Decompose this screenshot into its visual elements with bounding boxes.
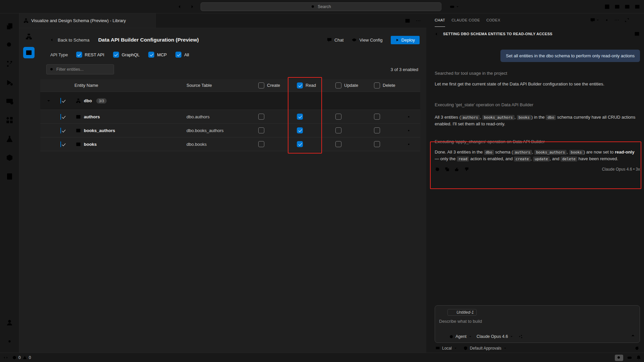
editor-tab[interactable]: Visualize and Design Schema (Preview) - … <box>19 13 156 28</box>
chat-settings-gear-icon[interactable] <box>604 17 609 23</box>
table-icon <box>76 114 81 119</box>
read-checkbox[interactable] <box>297 141 303 147</box>
send-icon[interactable] <box>630 334 636 339</box>
create-all-checkbox[interactable] <box>258 82 264 88</box>
delete-checkbox[interactable] <box>374 141 380 147</box>
create-checkbox[interactable] <box>258 114 264 120</box>
graphql-checkbox[interactable] <box>113 52 119 58</box>
row-settings-gear-icon[interactable] <box>406 114 411 119</box>
testing-icon[interactable] <box>2 129 18 148</box>
forward-icon[interactable] <box>189 4 194 9</box>
notifications-bell-icon[interactable] <box>636 355 641 360</box>
table-row[interactable]: authors dbo.authors <box>40 110 420 124</box>
chat-mode-dropdown[interactable] <box>590 17 599 23</box>
split-editor-icon[interactable] <box>405 18 410 23</box>
read-checkbox[interactable] <box>297 114 303 120</box>
command-center-search[interactable]: Search <box>201 2 441 11</box>
api-builder-view-button[interactable] <box>23 47 35 58</box>
thumbs-up-icon[interactable] <box>454 167 460 172</box>
more-actions-icon[interactable] <box>416 18 421 23</box>
create-checkbox[interactable] <box>258 127 264 133</box>
chat-more-icon[interactable] <box>614 17 620 23</box>
editor-layout-icon[interactable] <box>604 4 610 9</box>
col-delete: Delete <box>358 82 397 88</box>
update-checkbox[interactable] <box>335 141 341 147</box>
chat-button[interactable]: Chat <box>327 37 343 43</box>
approvals-select[interactable]: Default Approvals <box>463 346 507 351</box>
close-tab-icon[interactable] <box>147 18 151 23</box>
copy-icon[interactable] <box>444 167 450 172</box>
update-checkbox[interactable] <box>335 114 341 120</box>
add-context-icon[interactable] <box>439 310 444 315</box>
row-select-checkbox[interactable] <box>60 141 61 147</box>
tab-claude-code[interactable]: CLAUDE CODE <box>451 13 480 27</box>
row-select-checkbox[interactable] <box>60 128 61 133</box>
retry-icon[interactable] <box>435 167 440 172</box>
mcp-checkbox[interactable] <box>148 52 154 58</box>
api-option-graphql[interactable]: GraphQL <box>113 52 140 58</box>
sync-icon[interactable] <box>635 346 639 351</box>
read-all-checkbox[interactable] <box>297 82 303 88</box>
update-checkbox[interactable] <box>335 127 341 133</box>
accounts-icon[interactable] <box>2 313 18 332</box>
tools-sliders-icon[interactable] <box>518 334 523 339</box>
filter-entities-field[interactable] <box>56 67 107 72</box>
api-option-rest[interactable]: REST API <box>76 52 104 58</box>
table-row[interactable]: books_authors dbo.books_authors <box>40 124 420 137</box>
delete-checkbox[interactable] <box>374 127 380 133</box>
attach-icon[interactable] <box>439 334 444 339</box>
zoom-status-button[interactable] <box>615 355 623 361</box>
open-side-icon[interactable] <box>634 31 640 37</box>
chat-expand-icon[interactable] <box>624 17 630 23</box>
back-to-schema-link[interactable]: Back to Schema <box>50 38 90 43</box>
create-checkbox[interactable] <box>258 141 264 147</box>
toggle-panel-icon[interactable] <box>625 4 630 9</box>
all-checkbox[interactable] <box>175 52 181 58</box>
schema-view-button[interactable] <box>23 31 35 42</box>
api-option-mcp[interactable]: MCP <box>148 52 167 58</box>
copilot-status-icon[interactable] <box>627 355 632 360</box>
delete-checkbox[interactable] <box>374 114 380 120</box>
collapse-chevron-icon[interactable] <box>46 99 51 103</box>
chat-close-icon[interactable] <box>634 17 640 23</box>
source-control-icon[interactable] <box>2 54 18 73</box>
toggle-sidebar-icon[interactable] <box>614 4 620 9</box>
chat-input-placeholder[interactable]: Describe what to build <box>439 319 636 324</box>
problems-indicator[interactable]: 0 0 <box>12 355 31 360</box>
api-option-all[interactable]: All <box>175 52 189 58</box>
update-all-checkbox[interactable] <box>335 82 341 88</box>
remote-indicator-icon[interactable] <box>3 355 8 360</box>
explorer-icon[interactable] <box>2 17 18 36</box>
thumbs-down-icon[interactable] <box>464 167 469 172</box>
back-icon[interactable] <box>178 4 183 9</box>
context-file-chip[interactable]: Untitled-1 <box>447 309 477 316</box>
database-projects-icon[interactable] <box>2 148 18 167</box>
run-debug-icon[interactable] <box>2 73 18 92</box>
row-select-checkbox[interactable] <box>60 114 61 120</box>
model-select[interactable]: Claude Opus 4.6 <box>477 334 514 339</box>
row-settings-gear-icon[interactable] <box>406 142 411 147</box>
tab-codex[interactable]: CODEX <box>486 13 500 27</box>
copilot-menu-button[interactable] <box>449 0 459 13</box>
chat-input-box[interactable]: Untitled-1 Describe what to build Agent … <box>435 305 640 343</box>
dbo-group-checkbox[interactable] <box>60 98 61 104</box>
remote-explorer-icon[interactable] <box>2 92 18 111</box>
deploy-button[interactable]: Deploy <box>391 36 420 44</box>
search-view-icon[interactable] <box>2 36 18 54</box>
schema-group-row[interactable]: dbo 3/3 <box>40 92 420 110</box>
read-checkbox[interactable] <box>297 127 303 133</box>
agent-mode-select[interactable]: Agent <box>449 334 472 339</box>
environment-select[interactable]: Local <box>435 346 457 351</box>
tab-chat[interactable]: CHAT <box>435 13 445 27</box>
delete-all-checkbox[interactable] <box>374 82 380 88</box>
extensions-icon[interactable] <box>2 111 18 129</box>
session-back-icon[interactable] <box>435 32 440 37</box>
row-settings-gear-icon[interactable] <box>406 128 411 133</box>
view-config-button[interactable]: View Config <box>352 37 382 43</box>
settings-gear-icon[interactable] <box>2 332 18 351</box>
toggle-secondary-sidebar-icon[interactable] <box>635 4 640 9</box>
filter-entities-input[interactable] <box>46 64 114 74</box>
table-row[interactable]: books dbo.books <box>40 137 420 151</box>
rest-api-checkbox[interactable] <box>76 52 82 58</box>
notebooks-icon[interactable] <box>2 167 18 186</box>
